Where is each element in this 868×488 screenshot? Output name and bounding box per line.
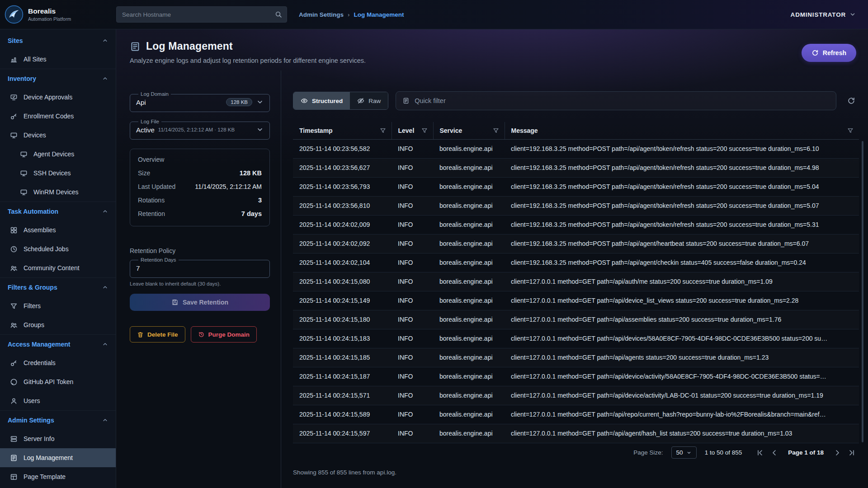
brand-name: Borealis [28, 7, 71, 15]
sidebar-item-page-template[interactable]: Page Template [0, 467, 116, 486]
log-row[interactable]: 2025-11-14 00:24:02,104INFOborealis.engi… [293, 253, 859, 272]
purge-domain-button[interactable]: Purge Domain [191, 326, 257, 343]
filter-icon[interactable] [847, 127, 854, 134]
sidebar-section-filters-groups[interactable]: Filters & Groups [0, 278, 116, 296]
last-page-button[interactable] [846, 447, 857, 458]
breadcrumb-admin-settings[interactable]: Admin Settings [299, 11, 344, 18]
sidebar-section-label: Admin Settings [8, 417, 54, 424]
log-row[interactable]: 2025-11-14 00:24:02,092INFOborealis.engi… [293, 234, 859, 253]
delete-file-button[interactable]: Delete File [130, 326, 185, 343]
log-row[interactable]: 2025-11-14 00:24:15,187INFOborealis.engi… [293, 367, 859, 386]
sidebar-item-ssh-devices[interactable]: SSH Devices [0, 164, 116, 183]
sidebar-item-devices[interactable]: Devices [0, 126, 116, 145]
user-menu-label: ADMINISTRATOR [791, 11, 846, 18]
prev-page-button[interactable] [769, 447, 780, 458]
log-domain-size-badge: 128 KB [226, 98, 252, 106]
save-retention-button[interactable]: Save Retention [130, 294, 270, 311]
page-size-select[interactable]: 50 [671, 446, 697, 459]
user-menu[interactable]: ADMINISTRATOR [791, 11, 856, 18]
sidebar-item-enrollment-codes[interactable]: Enrollment Codes [0, 107, 116, 126]
log-cell-message: client=127.0.0.1 method=GET path=/api/ag… [505, 424, 859, 443]
log-row[interactable]: 2025-11-14 00:24:15,185INFOborealis.engi… [293, 348, 859, 367]
filter-icon[interactable] [421, 127, 428, 134]
sidebar-item-label: Agent Devices [33, 150, 74, 158]
log-cell-timestamp: 2025-11-14 00:23:56,627 [293, 158, 392, 177]
log-row[interactable]: 2025-11-14 00:24:15,597INFOborealis.engi… [293, 424, 859, 443]
column-header-service[interactable]: Service [433, 122, 505, 139]
log-cell-message: client=127.0.0.1 method=GET path=/api/de… [505, 386, 859, 405]
log-row[interactable]: 2025-11-14 00:23:56,627INFOborealis.engi… [293, 158, 859, 177]
sidebar-item-community-content[interactable]: Community Content [0, 258, 116, 277]
chevron-up-icon [102, 417, 108, 423]
retention-policy-title: Retention Policy [130, 247, 270, 254]
log-row[interactable]: 2025-11-14 00:24:15,589INFOborealis.engi… [293, 405, 859, 424]
table-scrollbar[interactable] [862, 141, 863, 442]
sidebar-item-device-approvals[interactable]: Device Approvals [0, 88, 116, 107]
filter-icon[interactable] [493, 127, 499, 134]
sidebar-item-agent-devices[interactable]: Agent Devices [0, 145, 116, 164]
sidebar-section-inventory[interactable]: Inventory [0, 69, 116, 88]
sidebar-item-scheduled-jobs[interactable]: Scheduled Jobs [0, 239, 116, 258]
sidebar-section-sites[interactable]: Sites [0, 31, 116, 50]
filter-icon[interactable] [380, 127, 386, 134]
sidebar-item-groups[interactable]: Groups [0, 315, 116, 334]
quick-filter-input[interactable] [415, 97, 830, 104]
layout: SitesAll SitesInventoryDevice ApprovalsE… [0, 29, 868, 488]
sidebar-section-task-automation[interactable]: Task Automation [0, 202, 116, 221]
sidebar-item-users[interactable]: Users [0, 391, 116, 410]
log-row[interactable]: 2025-11-14 00:24:02,009INFOborealis.engi… [293, 215, 859, 234]
overview-label: Retention [138, 210, 165, 217]
raw-view-button[interactable]: Raw [350, 92, 388, 109]
log-cell-service: borealis.engine.api [433, 291, 505, 310]
log-cell-level: INFO [392, 424, 433, 443]
log-cell-timestamp: 2025-11-14 00:24:02,092 [293, 234, 392, 253]
log-cell-level: INFO [392, 177, 433, 196]
column-header-level[interactable]: Level [392, 122, 433, 139]
sidebar-item-label: SSH Devices [33, 169, 71, 177]
sidebar-item-log-management[interactable]: Log Management [0, 448, 116, 467]
log-row[interactable]: 2025-11-14 00:23:56,582INFOborealis.engi… [293, 139, 859, 158]
log-file-select[interactable]: Log File Active 11/14/2025, 2:12:12 AM ·… [130, 119, 270, 140]
log-row[interactable]: 2025-11-14 00:24:15,571INFOborealis.engi… [293, 386, 859, 405]
log-row[interactable]: 2025-11-14 00:23:56,793INFOborealis.engi… [293, 177, 859, 196]
retention-days-input[interactable] [136, 263, 264, 273]
column-label: Level [398, 127, 415, 134]
next-page-button[interactable] [832, 447, 843, 458]
sidebar-item-all-sites[interactable]: All Sites [0, 50, 116, 69]
log-cell-message: client=192.168.3.25 method=POST path=/ap… [505, 158, 859, 177]
overview-value: 11/14/2025, 2:12:12 AM [195, 183, 262, 190]
sidebar-item-credentials[interactable]: Credentials [0, 353, 116, 372]
column-header-message[interactable]: Message [505, 122, 859, 139]
quick-filter[interactable] [396, 91, 836, 110]
sidebar-item-server-info[interactable]: Server Info [0, 429, 116, 448]
sidebar-item-github-api-token[interactable]: GitHub API Token [0, 372, 116, 391]
retention-days-field[interactable]: Retention Days [130, 257, 270, 278]
log-row[interactable]: 2025-11-14 00:23:56,810INFOborealis.engi… [293, 196, 859, 215]
winrm-devices-icon [20, 188, 28, 196]
sidebar-item-label: Assemblies [24, 226, 56, 234]
sidebar-section-access-management[interactable]: Access Management [0, 335, 116, 353]
table-refresh-button[interactable] [844, 93, 859, 108]
sidebar-item-filters[interactable]: Filters [0, 296, 116, 315]
sidebar-nav: SitesAll SitesInventoryDevice ApprovalsE… [0, 31, 116, 486]
sidebar-item-winrm-devices[interactable]: WinRM Devices [0, 183, 116, 202]
sidebar-section-admin-settings[interactable]: Admin Settings [0, 411, 116, 429]
structured-view-button[interactable]: Structured [293, 92, 350, 109]
log-cell-level: INFO [392, 215, 433, 234]
assemblies-icon [10, 226, 18, 234]
log-row[interactable]: 2025-11-14 00:24:15,180INFOborealis.engi… [293, 310, 859, 329]
hostname-search[interactable] [116, 6, 287, 23]
search-input[interactable] [122, 11, 271, 18]
column-header-timestamp[interactable]: Timestamp [293, 122, 392, 139]
log-row[interactable]: 2025-11-14 00:24:15,183INFOborealis.engi… [293, 329, 859, 348]
server-info-icon [10, 435, 18, 443]
overview-rows: Size128 KBLast Updated11/14/2025, 2:12:1… [138, 169, 262, 217]
log-domain-select[interactable]: Log Domain Api 128 KB [130, 91, 270, 112]
log-row[interactable]: 2025-11-14 00:24:15,149INFOborealis.engi… [293, 291, 859, 310]
breadcrumb-log-management[interactable]: Log Management [354, 11, 404, 18]
refresh-icon [811, 49, 819, 56]
refresh-button[interactable]: Refresh [802, 44, 856, 62]
sidebar-item-assemblies[interactable]: Assemblies [0, 221, 116, 239]
log-row[interactable]: 2025-11-14 00:24:15,080INFOborealis.engi… [293, 272, 859, 291]
first-page-button[interactable] [755, 447, 765, 458]
